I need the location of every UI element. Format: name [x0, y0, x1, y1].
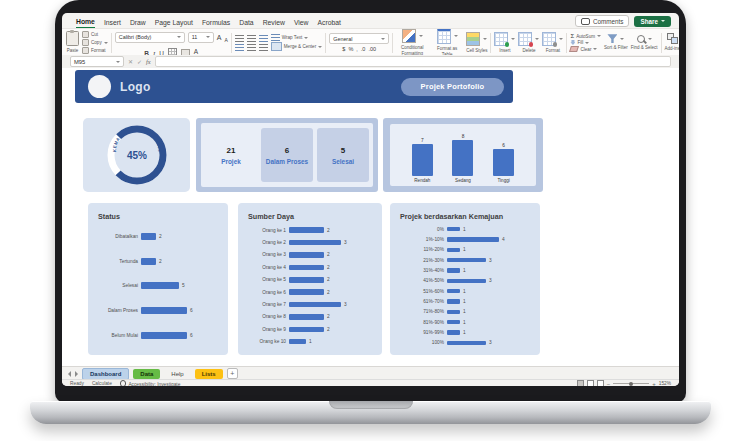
increase-font-icon[interactable]	[217, 34, 222, 41]
overall-progress-card: KEMAJUAN KESELURUHAN 45%	[83, 118, 190, 192]
page-layout-view-button[interactable]	[587, 380, 594, 386]
align-middle-icon[interactable]	[247, 35, 256, 42]
ribbon-tab-data[interactable]: Data	[239, 19, 253, 28]
insert-cells-icon	[494, 32, 508, 46]
page-break-view-button[interactable]	[597, 380, 604, 386]
category-label: Orang ke 7	[248, 302, 286, 307]
chevron-down-icon	[593, 48, 597, 50]
conditional-formatting-button[interactable]: Conditional Formatting	[396, 29, 428, 56]
merge-center-button[interactable]: Merge & Center	[271, 42, 322, 51]
value-label: 1	[463, 227, 466, 232]
chevron-down-icon	[454, 35, 458, 37]
category-label: Dibatalkan	[98, 234, 138, 239]
eraser-icon	[569, 46, 579, 52]
align-top-icon[interactable]	[235, 35, 244, 42]
zoom-out-button[interactable]: −	[607, 381, 611, 387]
align-center-icon[interactable]	[247, 44, 256, 51]
formula-input[interactable]	[155, 56, 671, 67]
zoom-in-button[interactable]: +	[652, 381, 656, 387]
chart-row: 1%-10%4	[400, 237, 532, 242]
ribbon-tab-home[interactable]: Home	[76, 18, 95, 28]
format-cells-button[interactable]: Format	[542, 32, 563, 53]
chart-title: Sumber Daya	[248, 212, 374, 221]
share-button[interactable]: Share	[634, 16, 671, 27]
category-label: 61%-70%	[400, 299, 444, 304]
clear-button[interactable]: Clear	[570, 46, 597, 52]
paste-button[interactable]: Paste	[66, 31, 79, 53]
priority-column-chart: 7Rendah8Sedang6Tinggi	[390, 124, 536, 186]
zoom-level[interactable]: 152%	[659, 381, 671, 386]
name-box[interactable]: M95	[70, 56, 124, 67]
ribbon-tab-bar: Home Insert Draw Page Layout Formulas Da…	[62, 13, 679, 29]
value-label: 1	[463, 268, 466, 273]
chevron-down-icon	[597, 35, 601, 37]
cut-button[interactable]: Cut	[82, 31, 98, 38]
sheet-tab-help[interactable]: Help	[164, 369, 190, 379]
bar	[447, 268, 460, 273]
category-label: Orang ke 3	[248, 252, 286, 257]
comments-button[interactable]: Comments	[575, 15, 629, 27]
align-left-icon[interactable]	[235, 44, 244, 51]
format-painter-button[interactable]: Format	[82, 47, 106, 54]
ribbon-tab-view[interactable]: View	[294, 19, 309, 28]
category-label: 51%-60%	[400, 289, 444, 294]
font-name-select[interactable]: Calibri (Body)	[115, 32, 185, 43]
value-label: 2	[327, 327, 330, 332]
wrap-text-button[interactable]: Wrap Text	[271, 34, 309, 41]
ribbon-tab-review[interactable]: Review	[263, 19, 285, 28]
sheet-tab-lists[interactable]: Lists	[195, 369, 223, 379]
bar	[289, 314, 324, 320]
kpi-panel: 21 Projek 6 Dalam Proses 5 Selesai	[196, 118, 378, 192]
insert-cells-button[interactable]: Insert	[494, 32, 515, 53]
comma-format-button[interactable]: ,	[356, 46, 358, 52]
comment-icon	[581, 18, 590, 25]
percent-format-button[interactable]: %	[348, 46, 353, 52]
chart-row: Orang ke 73	[248, 302, 374, 308]
ribbon-tab-insert[interactable]: Insert	[104, 19, 121, 28]
bar	[447, 299, 460, 304]
find-select-button[interactable]: Find & Select	[631, 35, 658, 50]
add-ins-button[interactable]: Add-ins	[665, 33, 679, 51]
sheet-tab-data[interactable]: Data	[133, 369, 160, 379]
decrease-font-icon[interactable]	[224, 28, 227, 46]
zoom-slider[interactable]	[613, 383, 649, 384]
autosum-button[interactable]: AutoSum	[570, 33, 601, 39]
align-right-icon[interactable]	[259, 44, 268, 51]
chart-row: Orang ke 62	[248, 289, 374, 295]
ribbon-tab-formulas[interactable]: Formulas	[202, 19, 230, 28]
cell-styles-button[interactable]: Cell Styles	[466, 32, 487, 53]
enter-icon[interactable]: ✓	[137, 59, 142, 65]
previous-sheet-icon[interactable]	[68, 371, 71, 377]
zoom-slider-knob[interactable]	[629, 382, 633, 386]
sheet-tab-dashboard[interactable]: Dashboard	[82, 368, 129, 380]
category-label: Orang ke 4	[248, 265, 286, 270]
insert-function-icon[interactable]: fx	[146, 58, 151, 65]
font-size-select[interactable]: 11	[188, 32, 214, 43]
category-label: Orang ke 5	[248, 277, 286, 282]
bar	[289, 327, 324, 333]
align-bottom-icon[interactable]	[259, 35, 268, 42]
normal-view-button[interactable]	[577, 380, 584, 386]
category-label: 71%-80%	[400, 309, 444, 314]
cancel-icon[interactable]: ✕	[128, 59, 133, 65]
format-as-table-button[interactable]: Format as Table	[431, 28, 463, 57]
add-sheet-button[interactable]	[227, 368, 238, 379]
copy-button[interactable]: Copy	[82, 39, 108, 46]
decrease-decimal-button[interactable]: .00	[368, 46, 376, 52]
worksheet-area[interactable]: Logo Projek Portofolio KEMAJUAN KESELURU…	[62, 68, 679, 366]
sheet-tab-strip: Dashboard Data Help Lists	[62, 366, 679, 380]
delete-cells-button[interactable]: Delete	[518, 32, 539, 53]
ribbon-separator	[231, 33, 232, 53]
sort-filter-button[interactable]: Sort & Filter	[604, 34, 628, 50]
increase-decimal-button[interactable]: .0	[361, 46, 366, 52]
next-sheet-icon[interactable]	[75, 371, 78, 377]
currency-format-button[interactable]: $	[342, 46, 345, 52]
number-format-select[interactable]: General	[329, 33, 389, 44]
chevron-down-icon	[661, 20, 665, 22]
ribbon-tab-acrobat[interactable]: Acrobat	[318, 19, 341, 28]
fill-button[interactable]: Fill	[570, 40, 589, 45]
ribbon-tab-draw[interactable]: Draw	[130, 19, 146, 28]
chart-row: Selesai5	[98, 282, 220, 289]
ribbon-tab-page-layout[interactable]: Page Layout	[155, 19, 193, 28]
value-label: 2	[327, 290, 330, 295]
